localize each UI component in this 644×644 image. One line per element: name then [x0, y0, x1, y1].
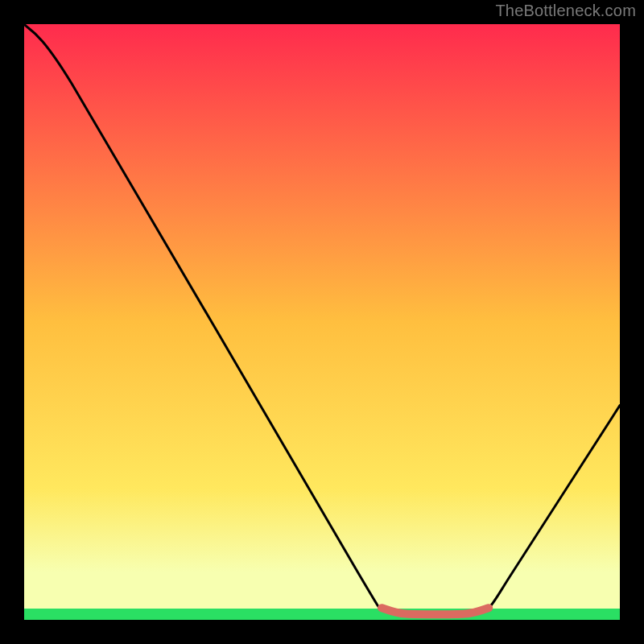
plot-area — [24, 24, 620, 620]
watermark-text: TheBottleneck.com — [495, 2, 636, 20]
chart-svg — [24, 24, 620, 620]
gradient-background — [24, 24, 620, 620]
green-baseline-bar — [24, 609, 620, 620]
